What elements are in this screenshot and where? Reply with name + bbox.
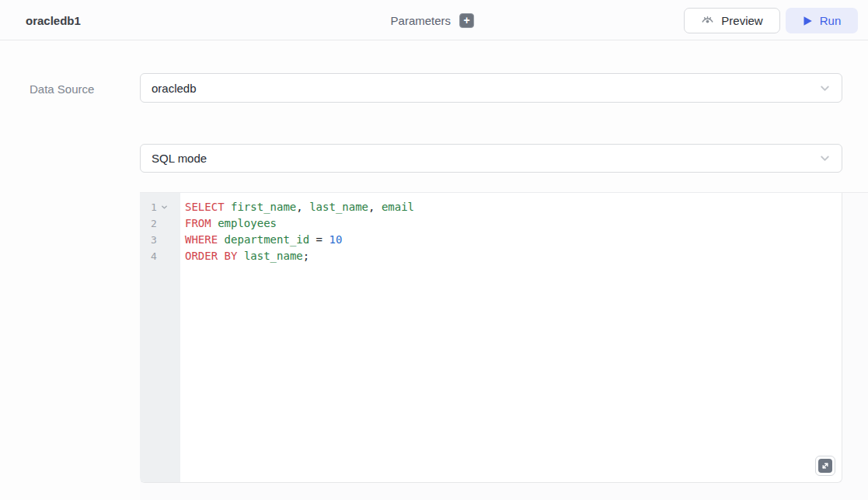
preview-button[interactable]: Preview [684,8,780,33]
line-number: 3 [140,232,180,248]
parameters-group: Parameters + [391,0,475,40]
plus-icon: + [464,14,470,26]
preview-button-label: Preview [721,14,762,27]
run-button-label: Run [820,14,842,27]
run-button[interactable]: Run [786,8,858,33]
add-parameter-button[interactable]: + [459,13,474,28]
sql-editor[interactable]: 1234 SELECT first_name, last_name, email… [140,193,842,483]
editor-section: 1234 SELECT first_name, last_name, email… [140,192,868,500]
editor-gutter: 1234 [140,193,180,482]
chevron-down-icon [819,82,831,94]
chevron-down-icon [819,152,831,164]
header-bar: oracledb1 Parameters + Preview [0,0,868,40]
query-title: oracledb1 [26,0,81,40]
code-line[interactable]: ORDER BY last_name; [185,248,834,264]
fold-chevron-icon[interactable] [161,204,168,211]
expand-diagonal-icon [818,459,832,473]
data-source-value: oracledb [152,82,197,95]
query-mode-select[interactable]: SQL mode [140,144,842,173]
code-line[interactable]: FROM employees [185,215,834,232]
line-number: 4 [140,248,180,264]
expand-editor-button[interactable] [815,456,835,476]
eye-icon [701,14,714,27]
code-line[interactable]: SELECT first_name, last_name, email [185,199,834,215]
play-icon [803,16,813,26]
data-source-select[interactable]: oracledb [140,73,842,103]
code-line[interactable]: WHERE department_id = 10 [185,232,834,248]
query-mode-value: SQL mode [152,152,207,165]
data-source-label: Data Source [30,82,94,96]
header-actions: Preview Run [684,8,858,33]
parameters-label: Parameters [391,14,451,27]
line-number: 1 [140,199,180,215]
line-number: 2 [140,215,180,232]
code-area[interactable]: SELECT first_name, last_name, emailFROM … [180,193,842,482]
